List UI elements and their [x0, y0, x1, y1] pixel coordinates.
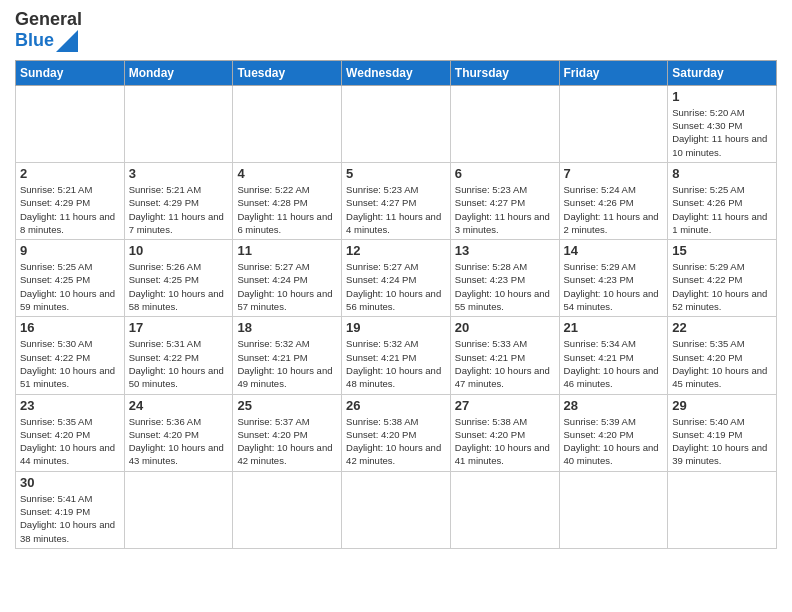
- weekday-header-friday: Friday: [559, 60, 668, 85]
- weekday-header-saturday: Saturday: [668, 60, 777, 85]
- calendar-cell: 19Sunrise: 5:32 AM Sunset: 4:21 PM Dayli…: [342, 317, 451, 394]
- day-number: 19: [346, 320, 446, 335]
- day-info: Sunrise: 5:25 AM Sunset: 4:25 PM Dayligh…: [20, 260, 120, 313]
- calendar-cell: 26Sunrise: 5:38 AM Sunset: 4:20 PM Dayli…: [342, 394, 451, 471]
- day-number: 5: [346, 166, 446, 181]
- calendar-cell: [16, 85, 125, 162]
- weekday-header-wednesday: Wednesday: [342, 60, 451, 85]
- calendar-header-row: SundayMondayTuesdayWednesdayThursdayFrid…: [16, 60, 777, 85]
- day-number: 16: [20, 320, 120, 335]
- calendar-cell: 16Sunrise: 5:30 AM Sunset: 4:22 PM Dayli…: [16, 317, 125, 394]
- day-info: Sunrise: 5:38 AM Sunset: 4:20 PM Dayligh…: [346, 415, 446, 468]
- calendar-cell: 12Sunrise: 5:27 AM Sunset: 4:24 PM Dayli…: [342, 240, 451, 317]
- day-info: Sunrise: 5:33 AM Sunset: 4:21 PM Dayligh…: [455, 337, 555, 390]
- day-info: Sunrise: 5:27 AM Sunset: 4:24 PM Dayligh…: [346, 260, 446, 313]
- day-info: Sunrise: 5:23 AM Sunset: 4:27 PM Dayligh…: [455, 183, 555, 236]
- day-info: Sunrise: 5:32 AM Sunset: 4:21 PM Dayligh…: [346, 337, 446, 390]
- calendar-week-row: 9Sunrise: 5:25 AM Sunset: 4:25 PM Daylig…: [16, 240, 777, 317]
- day-number: 1: [672, 89, 772, 104]
- day-info: Sunrise: 5:36 AM Sunset: 4:20 PM Dayligh…: [129, 415, 229, 468]
- calendar-week-row: 2Sunrise: 5:21 AM Sunset: 4:29 PM Daylig…: [16, 162, 777, 239]
- day-number: 3: [129, 166, 229, 181]
- calendar-week-row: 30Sunrise: 5:41 AM Sunset: 4:19 PM Dayli…: [16, 471, 777, 548]
- day-info: Sunrise: 5:26 AM Sunset: 4:25 PM Dayligh…: [129, 260, 229, 313]
- calendar-week-row: 16Sunrise: 5:30 AM Sunset: 4:22 PM Dayli…: [16, 317, 777, 394]
- day-number: 21: [564, 320, 664, 335]
- logo-triangle-icon: [56, 30, 78, 52]
- day-number: 14: [564, 243, 664, 258]
- header: General Blue: [15, 10, 777, 52]
- calendar-cell: 21Sunrise: 5:34 AM Sunset: 4:21 PM Dayli…: [559, 317, 668, 394]
- day-info: Sunrise: 5:40 AM Sunset: 4:19 PM Dayligh…: [672, 415, 772, 468]
- day-info: Sunrise: 5:22 AM Sunset: 4:28 PM Dayligh…: [237, 183, 337, 236]
- calendar-cell: 7Sunrise: 5:24 AM Sunset: 4:26 PM Daylig…: [559, 162, 668, 239]
- day-number: 30: [20, 475, 120, 490]
- day-info: Sunrise: 5:27 AM Sunset: 4:24 PM Dayligh…: [237, 260, 337, 313]
- day-info: Sunrise: 5:34 AM Sunset: 4:21 PM Dayligh…: [564, 337, 664, 390]
- calendar-cell: [233, 85, 342, 162]
- calendar-cell: 6Sunrise: 5:23 AM Sunset: 4:27 PM Daylig…: [450, 162, 559, 239]
- calendar-cell: 13Sunrise: 5:28 AM Sunset: 4:23 PM Dayli…: [450, 240, 559, 317]
- calendar-cell: 27Sunrise: 5:38 AM Sunset: 4:20 PM Dayli…: [450, 394, 559, 471]
- day-info: Sunrise: 5:28 AM Sunset: 4:23 PM Dayligh…: [455, 260, 555, 313]
- day-number: 15: [672, 243, 772, 258]
- calendar-cell: 5Sunrise: 5:23 AM Sunset: 4:27 PM Daylig…: [342, 162, 451, 239]
- calendar-cell: 1Sunrise: 5:20 AM Sunset: 4:30 PM Daylig…: [668, 85, 777, 162]
- day-number: 9: [20, 243, 120, 258]
- calendar-cell: 8Sunrise: 5:25 AM Sunset: 4:26 PM Daylig…: [668, 162, 777, 239]
- day-number: 12: [346, 243, 446, 258]
- day-info: Sunrise: 5:24 AM Sunset: 4:26 PM Dayligh…: [564, 183, 664, 236]
- calendar-cell: 23Sunrise: 5:35 AM Sunset: 4:20 PM Dayli…: [16, 394, 125, 471]
- calendar-body: 1Sunrise: 5:20 AM Sunset: 4:30 PM Daylig…: [16, 85, 777, 548]
- calendar-cell: 3Sunrise: 5:21 AM Sunset: 4:29 PM Daylig…: [124, 162, 233, 239]
- calendar-cell: 17Sunrise: 5:31 AM Sunset: 4:22 PM Dayli…: [124, 317, 233, 394]
- calendar-cell: [559, 471, 668, 548]
- calendar-cell: 28Sunrise: 5:39 AM Sunset: 4:20 PM Dayli…: [559, 394, 668, 471]
- day-info: Sunrise: 5:35 AM Sunset: 4:20 PM Dayligh…: [672, 337, 772, 390]
- day-number: 8: [672, 166, 772, 181]
- weekday-header-tuesday: Tuesday: [233, 60, 342, 85]
- calendar-week-row: 23Sunrise: 5:35 AM Sunset: 4:20 PM Dayli…: [16, 394, 777, 471]
- day-number: 20: [455, 320, 555, 335]
- calendar-cell: 10Sunrise: 5:26 AM Sunset: 4:25 PM Dayli…: [124, 240, 233, 317]
- day-info: Sunrise: 5:35 AM Sunset: 4:20 PM Dayligh…: [20, 415, 120, 468]
- calendar-cell: [342, 471, 451, 548]
- calendar-cell: [450, 471, 559, 548]
- day-info: Sunrise: 5:20 AM Sunset: 4:30 PM Dayligh…: [672, 106, 772, 159]
- calendar-week-row: 1Sunrise: 5:20 AM Sunset: 4:30 PM Daylig…: [16, 85, 777, 162]
- calendar-cell: 24Sunrise: 5:36 AM Sunset: 4:20 PM Dayli…: [124, 394, 233, 471]
- day-info: Sunrise: 5:25 AM Sunset: 4:26 PM Dayligh…: [672, 183, 772, 236]
- day-number: 24: [129, 398, 229, 413]
- day-info: Sunrise: 5:31 AM Sunset: 4:22 PM Dayligh…: [129, 337, 229, 390]
- calendar-cell: [342, 85, 451, 162]
- day-info: Sunrise: 5:32 AM Sunset: 4:21 PM Dayligh…: [237, 337, 337, 390]
- calendar-cell: [124, 471, 233, 548]
- day-info: Sunrise: 5:23 AM Sunset: 4:27 PM Dayligh…: [346, 183, 446, 236]
- day-number: 6: [455, 166, 555, 181]
- calendar-cell: [124, 85, 233, 162]
- day-number: 28: [564, 398, 664, 413]
- calendar-cell: 18Sunrise: 5:32 AM Sunset: 4:21 PM Dayli…: [233, 317, 342, 394]
- day-number: 22: [672, 320, 772, 335]
- day-info: Sunrise: 5:30 AM Sunset: 4:22 PM Dayligh…: [20, 337, 120, 390]
- day-info: Sunrise: 5:21 AM Sunset: 4:29 PM Dayligh…: [129, 183, 229, 236]
- day-info: Sunrise: 5:21 AM Sunset: 4:29 PM Dayligh…: [20, 183, 120, 236]
- svg-marker-0: [56, 30, 78, 52]
- day-info: Sunrise: 5:37 AM Sunset: 4:20 PM Dayligh…: [237, 415, 337, 468]
- weekday-header-monday: Monday: [124, 60, 233, 85]
- calendar-cell: [450, 85, 559, 162]
- calendar-cell: 29Sunrise: 5:40 AM Sunset: 4:19 PM Dayli…: [668, 394, 777, 471]
- day-number: 10: [129, 243, 229, 258]
- logo: General Blue: [15, 10, 82, 52]
- day-number: 2: [20, 166, 120, 181]
- calendar-cell: 4Sunrise: 5:22 AM Sunset: 4:28 PM Daylig…: [233, 162, 342, 239]
- calendar-cell: 2Sunrise: 5:21 AM Sunset: 4:29 PM Daylig…: [16, 162, 125, 239]
- day-info: Sunrise: 5:41 AM Sunset: 4:19 PM Dayligh…: [20, 492, 120, 545]
- logo-blue: Blue: [15, 30, 54, 51]
- day-number: 7: [564, 166, 664, 181]
- day-info: Sunrise: 5:29 AM Sunset: 4:22 PM Dayligh…: [672, 260, 772, 313]
- calendar-cell: 9Sunrise: 5:25 AM Sunset: 4:25 PM Daylig…: [16, 240, 125, 317]
- day-number: 26: [346, 398, 446, 413]
- weekday-header-sunday: Sunday: [16, 60, 125, 85]
- day-number: 25: [237, 398, 337, 413]
